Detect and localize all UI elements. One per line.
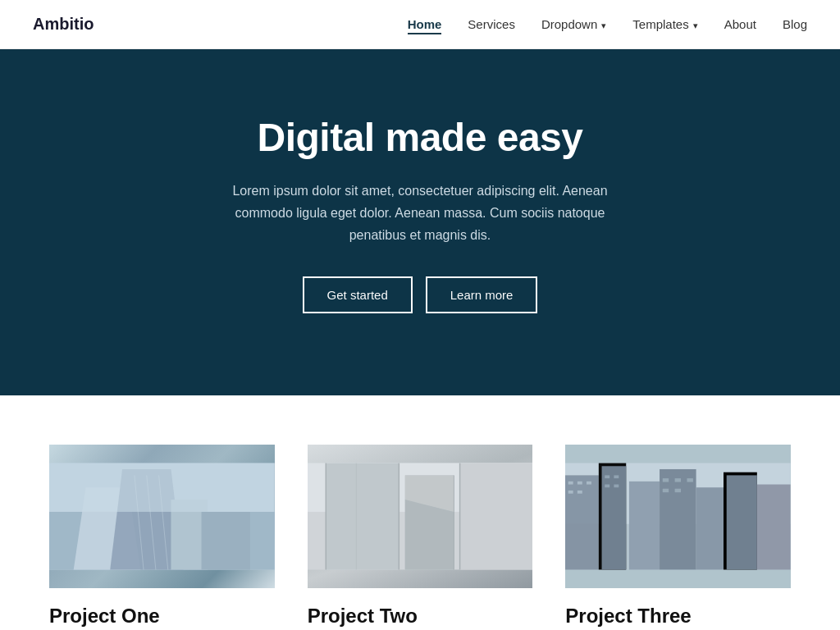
project-image-one — [49, 445, 275, 588]
project-two-title: Project Two — [308, 605, 533, 628]
svg-rect-12 — [326, 463, 399, 569]
nav-link-blog[interactable]: Blog — [783, 17, 807, 31]
nav-item-blog[interactable]: Blog — [783, 17, 807, 32]
svg-rect-42 — [663, 478, 669, 482]
svg-rect-26 — [602, 466, 627, 569]
svg-marker-21 — [404, 500, 453, 569]
svg-rect-32 — [757, 484, 791, 569]
project-card-three: Project Three Lorem ipsum dolor sit amet… — [565, 445, 791, 630]
project-image-two — [308, 445, 533, 588]
svg-rect-24 — [565, 475, 599, 569]
project-three-title: Project Three — [565, 605, 791, 628]
svg-rect-43 — [675, 478, 681, 482]
nav-link-dropdown[interactable]: Dropdown ▾ — [541, 17, 606, 31]
projects-section: Project One Lorem ipsum dolor sit amet, … — [0, 395, 840, 630]
svg-rect-35 — [587, 481, 591, 484]
hero-section: Digital made easy Lorem ipsum dolor sit … — [0, 49, 840, 395]
get-started-button[interactable]: Get started — [303, 276, 413, 313]
svg-rect-29 — [696, 487, 724, 569]
nav-item-about[interactable]: About — [724, 17, 756, 32]
nav-link-templates[interactable]: Templates ▾ — [632, 17, 697, 31]
nav-link-services[interactable]: Services — [468, 17, 515, 31]
svg-rect-45 — [663, 488, 669, 491]
project-one-title: Project One — [49, 605, 275, 628]
projects-grid: Project One Lorem ipsum dolor sit amet, … — [49, 445, 791, 630]
svg-rect-40 — [605, 484, 610, 487]
svg-rect-14 — [459, 463, 532, 569]
svg-rect-44 — [687, 478, 693, 482]
nav-item-home[interactable]: Home — [408, 17, 442, 32]
nav-links: Home Services Dropdown ▾ Templates ▾ Abo… — [408, 17, 807, 32]
svg-rect-28 — [660, 469, 696, 569]
svg-rect-31 — [727, 475, 757, 569]
svg-rect-41 — [614, 484, 619, 487]
learn-more-button[interactable]: Learn more — [426, 276, 538, 313]
svg-rect-5 — [202, 511, 250, 569]
nav-link-home[interactable]: Home — [408, 17, 442, 34]
nav-item-services[interactable]: Services — [468, 17, 515, 32]
project-card-two: Project Two Lorem ipsum dolor sit amet, … — [308, 445, 533, 630]
svg-rect-46 — [675, 488, 681, 491]
project-card-one: Project One Lorem ipsum dolor sit amet, … — [49, 445, 275, 630]
svg-rect-38 — [605, 475, 610, 478]
hero-heading: Digital made easy — [16, 115, 824, 160]
svg-rect-37 — [578, 491, 582, 494]
chevron-down-icon: ▾ — [691, 21, 698, 30]
hero-body: Lorem ipsum dolor sit amet, consectetuer… — [215, 180, 625, 247]
svg-rect-34 — [578, 481, 582, 484]
nav-link-about[interactable]: About — [724, 17, 756, 31]
svg-rect-33 — [568, 481, 573, 484]
nav-item-dropdown[interactable]: Dropdown ▾ — [541, 17, 606, 32]
hero-buttons: Get started Learn more — [16, 276, 824, 313]
logo: Ambitio — [33, 15, 94, 34]
svg-rect-39 — [614, 475, 619, 478]
svg-rect-36 — [568, 491, 573, 494]
chevron-down-icon: ▾ — [599, 21, 606, 30]
svg-rect-27 — [629, 481, 660, 569]
nav-item-templates[interactable]: Templates ▾ — [632, 17, 697, 32]
project-image-three — [565, 445, 791, 588]
navbar: Ambitio Home Services Dropdown ▾ Templat… — [0, 0, 840, 49]
